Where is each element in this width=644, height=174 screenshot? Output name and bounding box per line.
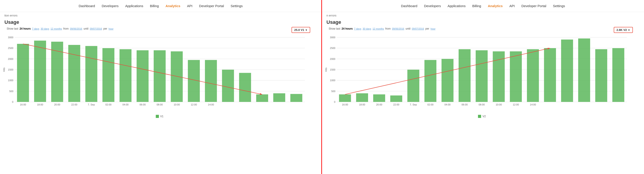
svg-rect-22	[137, 50, 149, 102]
svg-text:1500: 1500	[330, 68, 335, 71]
per-unit[interactable]: hour	[108, 27, 114, 30]
from-date[interactable]: 09/06/2016	[70, 27, 82, 30]
svg-text:08:00: 08:00	[479, 103, 485, 106]
usage-chart: 050010001500200025003000Hits16:0018:0020…	[2, 33, 309, 113]
svg-text:Hits: Hits	[325, 68, 327, 72]
chart-container: Usage Show last 24 hours 7 days 30 days …	[322, 17, 644, 120]
svg-text:12:00: 12:00	[513, 103, 519, 106]
until-label: until	[406, 27, 410, 30]
dropdown-arrow: ▼	[305, 29, 308, 31]
svg-text:500: 500	[9, 90, 13, 92]
svg-rect-77	[612, 48, 624, 102]
time-range-link[interactable]: 7 days	[354, 27, 361, 30]
per-label: per	[426, 27, 429, 30]
svg-text:18:00: 18:00	[37, 103, 43, 106]
svg-rect-74	[561, 40, 573, 102]
svg-rect-18	[68, 45, 80, 102]
svg-rect-76	[595, 49, 607, 102]
svg-text:12:00: 12:00	[191, 103, 197, 106]
svg-text:10:00: 10:00	[496, 103, 502, 106]
svg-rect-61	[339, 94, 351, 102]
svg-text:20:00: 20:00	[376, 103, 382, 106]
svg-rect-65	[408, 70, 420, 102]
panel-right: DashboardDevelopersApplicationsBillingAn…	[322, 0, 644, 174]
svg-rect-75	[578, 38, 590, 102]
svg-text:2000: 2000	[8, 58, 13, 60]
svg-rect-19	[86, 46, 98, 102]
nav-item-developers[interactable]: Developers	[102, 4, 118, 8]
nav-item-api[interactable]: API	[187, 4, 192, 8]
legend-color	[478, 115, 481, 118]
until-date[interactable]: 09/07/2016	[412, 27, 424, 30]
nav-item-api[interactable]: API	[509, 4, 515, 8]
svg-rect-68	[459, 49, 471, 102]
time-range-link[interactable]: 12 months	[50, 27, 62, 30]
section-title: tion errors	[0, 12, 321, 17]
svg-rect-15	[17, 44, 29, 102]
chart-container: Usage Show last 24 hours 7 days 30 days …	[0, 17, 321, 120]
nav-item-developers[interactable]: Developers	[424, 4, 441, 8]
nav-item-developer-portal[interactable]: Developer Portal	[199, 4, 224, 8]
svg-text:1000: 1000	[330, 79, 335, 82]
until-date[interactable]: 09/07/2016	[90, 27, 102, 30]
svg-text:20:00: 20:00	[54, 103, 60, 106]
svg-text:14:00: 14:00	[208, 103, 214, 106]
nav-item-applications[interactable]: Applications	[448, 4, 466, 8]
svg-text:3000: 3000	[330, 36, 335, 39]
svg-text:08:00: 08:00	[157, 103, 163, 106]
svg-text:04:00: 04:00	[122, 103, 128, 106]
controls-row: Show last 24 hours 7 days 30 days 12 mon…	[324, 27, 640, 33]
svg-rect-23	[154, 50, 166, 102]
value-badge[interactable]: 25.0 V1▼	[292, 27, 310, 33]
nav-item-billing[interactable]: Billing	[150, 4, 159, 8]
nav-item-dashboard[interactable]: Dashboard	[401, 4, 417, 8]
value-badge[interactable]: 2.8K V2▼	[614, 27, 633, 33]
nav-item-analytics[interactable]: Analytics	[488, 4, 503, 8]
legend-label: V1	[160, 115, 164, 118]
usage-chart: 050010001500200025003000Hits16:0018:0020…	[324, 33, 631, 113]
svg-rect-24	[171, 52, 183, 102]
svg-rect-72	[527, 49, 539, 102]
svg-rect-73	[544, 48, 556, 102]
legend-label: V2	[482, 115, 486, 118]
nav-item-dashboard[interactable]: Dashboard	[78, 4, 95, 8]
badge-value: 2.8K V2	[616, 28, 627, 32]
svg-text:06:00: 06:00	[140, 103, 146, 106]
from-label: from	[63, 27, 68, 30]
svg-rect-29	[256, 94, 268, 102]
nav-item-analytics[interactable]: Analytics	[166, 4, 180, 8]
per-unit[interactable]: hour	[430, 27, 436, 30]
from-label: from	[385, 27, 390, 30]
nav-item-applications[interactable]: Applications	[125, 4, 143, 8]
nav-bar: DashboardDevelopersApplicationsBillingAn…	[0, 0, 321, 12]
svg-rect-20	[102, 48, 114, 102]
nav-item-developer-portal[interactable]: Developer Portal	[522, 4, 546, 8]
svg-text:2500: 2500	[330, 47, 335, 50]
from-date[interactable]: 09/06/2016	[392, 27, 404, 30]
svg-text:14:00: 14:00	[530, 103, 536, 106]
show-last-label: Show last	[7, 27, 18, 30]
svg-text:1000: 1000	[8, 79, 13, 82]
time-range-link[interactable]: 12 months	[372, 27, 384, 30]
chart-controls: Show last 24 hours 7 days 30 days 12 mon…	[326, 27, 436, 30]
nav-item-billing[interactable]: Billing	[472, 4, 481, 8]
panel-left: DashboardDevelopersApplicationsBillingAn…	[0, 0, 322, 174]
svg-text:Hits: Hits	[3, 68, 5, 72]
dropdown-arrow: ▼	[628, 29, 630, 31]
legend-color	[156, 115, 159, 118]
svg-text:0: 0	[12, 100, 13, 103]
svg-text:2500: 2500	[8, 47, 13, 50]
time-range-link[interactable]: 30 days	[40, 27, 49, 30]
svg-text:0: 0	[334, 100, 335, 103]
nav-item-settings[interactable]: Settings	[230, 4, 242, 8]
time-range-link[interactable]: 7 days	[32, 27, 39, 30]
svg-rect-66	[424, 60, 436, 102]
svg-text:2000: 2000	[330, 58, 335, 60]
svg-text:18:00: 18:00	[359, 103, 365, 106]
time-range-link[interactable]: 30 days	[362, 27, 371, 30]
time-range-bold: 24 hours	[20, 27, 31, 30]
svg-rect-64	[390, 96, 402, 102]
nav-item-settings[interactable]: Settings	[553, 4, 565, 8]
svg-text:3000: 3000	[8, 36, 13, 39]
svg-text:16:00: 16:00	[20, 103, 26, 106]
